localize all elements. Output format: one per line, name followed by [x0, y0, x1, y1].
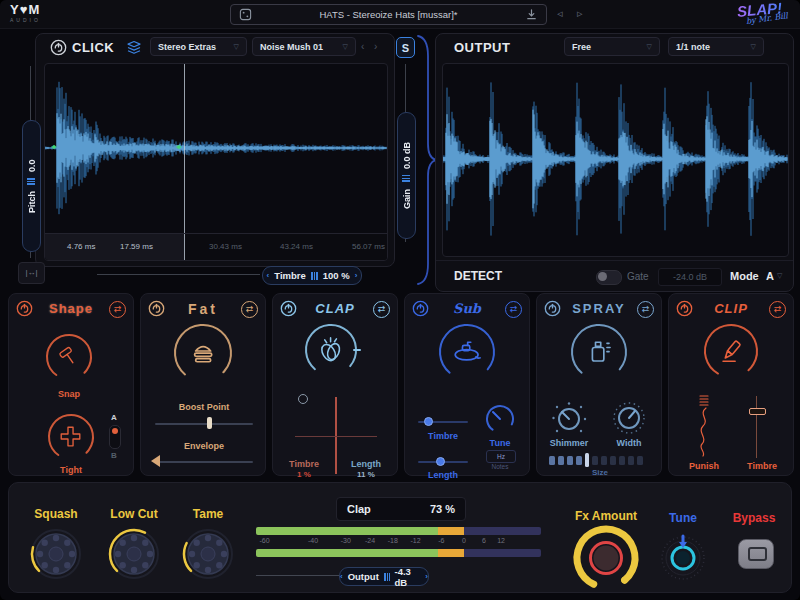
next-sample-button[interactable]: ›	[374, 41, 377, 52]
envelope-handle[interactable]	[151, 455, 160, 467]
swap-routing-icon[interactable]: ⇄	[373, 301, 390, 318]
boost-point-handle[interactable]	[207, 417, 212, 429]
clip-timbre-slider[interactable]	[756, 396, 757, 458]
gate-threshold-value[interactable]: -24.0 dB	[658, 268, 722, 286]
fx-amount-knob[interactable]	[569, 521, 643, 595]
hz-unit-button[interactable]: Hz	[486, 450, 516, 463]
width-label: Width	[603, 438, 655, 448]
low-cut-label: Low Cut	[99, 507, 169, 521]
envelope-slider[interactable]	[155, 461, 253, 463]
swap-routing-icon[interactable]: ⇄	[637, 301, 654, 318]
save-preset-icon[interactable]	[525, 8, 538, 21]
layers-icon[interactable]	[126, 40, 142, 55]
boost-point-slider[interactable]	[155, 423, 253, 425]
prev-preset-button[interactable]: ◃	[557, 7, 563, 20]
sample-bank-dropdown[interactable]: Stereo Extras ▽	[150, 37, 247, 56]
swap-routing-icon[interactable]: ⇄	[109, 301, 126, 318]
size-slider[interactable]	[549, 453, 651, 467]
decrement-arrow-icon[interactable]: ‹	[340, 572, 343, 581]
clip-timbre-handle[interactable]	[749, 408, 766, 415]
click-panel: CLICK Stereo Extras ▽ Noise Mush 01 ▽ ‹ …	[35, 33, 395, 267]
xy-pad-marker[interactable]	[298, 394, 308, 404]
pitch-slider[interactable]: Pitch 0.0	[22, 120, 41, 252]
size-slider-handle[interactable]	[585, 453, 589, 467]
time-ruler: 4.76 ms 17.59 ms 30.43 ms 43.24 ms 56.07…	[45, 233, 387, 260]
size-slider-segment	[567, 456, 573, 465]
snap-knob[interactable]	[43, 331, 95, 383]
tight-knob[interactable]	[45, 411, 97, 463]
note-rate-value: 1/1 note	[676, 42, 710, 52]
shimmer-label: Shimmer	[543, 438, 595, 448]
playhead-cursor[interactable]	[184, 64, 185, 234]
meter-tick-label: -60	[259, 537, 269, 544]
increment-arrow-icon[interactable]: ›	[425, 572, 428, 581]
power-icon[interactable]	[50, 39, 67, 56]
size-slider-segment	[619, 456, 625, 465]
swap-routing-icon[interactable]: ⇄	[769, 301, 786, 318]
power-icon[interactable]	[280, 300, 297, 317]
punish-label: Punish	[677, 461, 731, 471]
spray-main-knob[interactable]	[567, 320, 631, 384]
clap-length-label: Length	[341, 459, 391, 469]
output-waveform-display[interactable]	[442, 63, 789, 257]
swap-routing-icon[interactable]: ⇄	[505, 301, 522, 318]
stereo-width-button[interactable]: |↔|	[18, 262, 45, 284]
sub-tune-knob[interactable]	[483, 402, 517, 436]
preset-browser-bar[interactable]: HATS - Stereoize Hats [mussar]*	[230, 4, 547, 25]
chevron-down-icon[interactable]: ▽	[777, 272, 782, 280]
clap-timbre-value: 1 %	[279, 470, 329, 479]
next-preset-button[interactable]: ▹	[577, 7, 583, 20]
toggle-knob	[598, 272, 607, 281]
timbre-slider-track[interactable]	[97, 274, 260, 275]
sub-timbre-handle[interactable]	[424, 417, 433, 426]
trim-start-marker[interactable]: ◂▸	[51, 142, 55, 151]
note-rate-dropdown[interactable]: 1/1 note ▽	[668, 37, 764, 56]
timbre-slider[interactable]: ‹ Timbre 100 % ›	[262, 266, 362, 285]
clip-main-knob[interactable]	[700, 320, 762, 382]
sub-main-knob[interactable]	[435, 320, 499, 384]
ab-option-b[interactable]: B	[107, 451, 121, 460]
punish-spring-slider[interactable]	[695, 394, 713, 458]
width-knob[interactable]	[611, 400, 647, 436]
sample-dropdown[interactable]: Noise Mush 01 ▽	[252, 37, 356, 56]
grip-icon	[28, 178, 36, 185]
output-gain-label: Output	[348, 571, 379, 582]
preset-browser-icon[interactable]	[239, 8, 252, 21]
squash-knob[interactable]	[28, 526, 84, 582]
increment-arrow-icon[interactable]: ›	[355, 271, 358, 280]
power-icon[interactable]	[16, 300, 33, 317]
click-waveform	[45, 64, 387, 232]
power-icon[interactable]	[544, 300, 561, 317]
decrement-arrow-icon[interactable]: ‹	[267, 271, 270, 280]
power-icon[interactable]	[148, 300, 165, 317]
sub-length-handle[interactable]	[436, 457, 445, 466]
ab-option-a[interactable]: A	[107, 413, 121, 422]
low-cut-knob[interactable]	[106, 526, 162, 582]
output-gain-slider[interactable]: ‹ Output -4.3 dB ›	[339, 567, 429, 586]
trim-end-marker[interactable]: ◂▸	[176, 142, 180, 151]
tame-knob[interactable]	[180, 526, 236, 582]
output-slider-track[interactable]	[256, 575, 339, 576]
bypass-button[interactable]	[738, 539, 774, 569]
time-label: 30.43 ms	[209, 242, 242, 251]
shimmer-knob[interactable]	[551, 401, 587, 437]
swap-routing-icon[interactable]: ⇄	[241, 301, 258, 318]
ab-toggle[interactable]	[109, 425, 121, 449]
clap-main-knob[interactable]	[301, 320, 361, 380]
fat-main-knob[interactable]	[170, 320, 236, 386]
grip-icon	[403, 176, 411, 183]
notes-unit-button[interactable]: Notes	[486, 463, 514, 470]
gate-toggle[interactable]	[596, 270, 622, 285]
power-icon[interactable]	[676, 300, 693, 317]
preset-name[interactable]: HATS - Stereoize Hats [mussar]*	[231, 9, 546, 20]
power-icon[interactable]	[412, 300, 429, 317]
sync-mode-dropdown[interactable]: Free ▽	[564, 37, 660, 56]
tune-knob[interactable]	[658, 533, 708, 583]
sub-tune-label: Tune	[483, 438, 517, 448]
snap-knob-label: Snap	[29, 389, 109, 399]
xy-pad-horizontal-axis[interactable]	[295, 436, 377, 437]
sub-timbre-label: Timbre	[415, 431, 471, 441]
prev-sample-button[interactable]: ‹	[361, 41, 364, 52]
mode-value[interactable]: A	[766, 270, 774, 282]
click-waveform-display[interactable]: ◂▸ ◂▸ 4.76 ms 17.59 ms 30.43 ms 43.24 ms…	[44, 63, 388, 261]
